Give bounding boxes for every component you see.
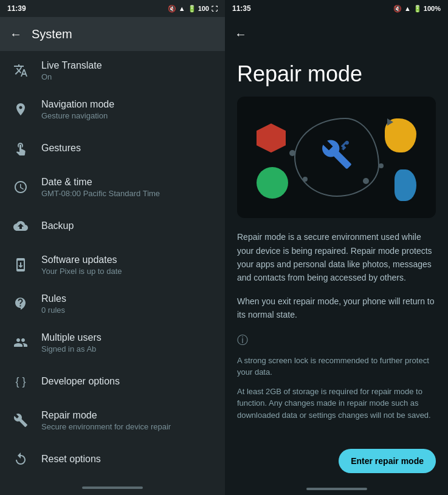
menu-item-live-translate[interactable]: Live Translate On <box>0 51 225 90</box>
left-panel: 11:39 🔇 ▲ 🔋 100 ⛶ ← System Live Translat… <box>0 0 225 495</box>
status-bar-left: 11:39 🔇 ▲ 🔋 100 ⛶ <box>0 0 225 17</box>
battery-icon-right: 🔋 100% <box>413 5 441 13</box>
repair-subtitle: Secure environment for device repair <box>41 422 171 431</box>
repair-content: Repair mode Repair mode is a secure envi… <box>225 51 448 442</box>
mute-icon: 🔇 <box>168 5 176 13</box>
signal-icon: ▲ <box>179 5 185 12</box>
menu-item-repair[interactable]: Repair mode Secure environment for devic… <box>0 401 225 440</box>
info-text-1: A strong screen lock is recommended to f… <box>237 355 436 378</box>
status-icons-left: 🔇 ▲ 🔋 100 ⛶ <box>168 5 218 13</box>
menu-item-reset[interactable]: Reset options <box>0 440 225 479</box>
repair-title: Repair mode <box>41 410 171 421</box>
software-updates-subtitle: Your Pixel is up to date <box>41 267 122 276</box>
home-bar-right <box>306 488 367 490</box>
info-section-1: ⓘ <box>237 332 436 347</box>
backup-title: Backup <box>41 220 74 231</box>
gestures-text: Gestures <box>41 143 81 154</box>
menu-item-backup[interactable]: Backup <box>0 207 225 245</box>
info-text-2: At least 2GB of storage is required for … <box>237 386 436 422</box>
datetime-text: Date & time GMT-08:00 Pacific Standard T… <box>41 177 160 198</box>
home-indicator-right <box>225 483 448 495</box>
expand-icon: ⛶ <box>212 5 218 12</box>
multiple-users-title: Multiple users <box>41 332 102 343</box>
rules-text: Rules 0 rules <box>41 293 66 315</box>
software-updates-title: Software updates <box>41 254 122 265</box>
live-translate-subtitle: On <box>41 72 102 81</box>
repair-description-1: Repair mode is a secure environment used… <box>237 230 436 285</box>
shape-circle-green <box>257 167 288 199</box>
back-button-right[interactable]: ← <box>235 27 247 41</box>
navigation-icon <box>10 98 32 120</box>
home-bar-left <box>82 486 143 489</box>
shape-blob-blue <box>395 169 416 201</box>
play-triangle <box>387 118 393 126</box>
reset-icon <box>10 448 32 470</box>
live-translate-text: Live Translate On <box>41 60 102 81</box>
battery-icon: 🔋 100 <box>188 5 209 13</box>
update-icon <box>10 254 32 276</box>
info-icon-1: ⓘ <box>237 333 248 347</box>
status-bar-right: 11:35 🔇 ▲ 🔋 100% <box>225 0 448 17</box>
rules-title: Rules <box>41 293 66 304</box>
developer-title: Developer options <box>41 376 120 387</box>
multiple-users-subtitle: Signed in as Ab <box>41 344 102 353</box>
toolbar-right: ← <box>225 17 448 51</box>
menu-item-developer[interactable]: { } Developer options <box>0 362 225 401</box>
rules-icon <box>10 293 32 315</box>
menu-item-rules[interactable]: Rules 0 rules <box>0 284 225 323</box>
toolbar-left: ← System <box>0 17 225 51</box>
clock-icon <box>10 176 32 198</box>
repair-icon <box>10 409 32 431</box>
developer-icon: { } <box>10 370 32 392</box>
enter-repair-mode-button[interactable]: Enter repair mode <box>339 449 436 473</box>
backup-text: Backup <box>41 220 74 231</box>
datetime-title: Date & time <box>41 177 160 188</box>
navigation-title: Navigation mode <box>41 99 114 110</box>
signal-icon-right: ▲ <box>404 5 411 12</box>
system-title: System <box>32 27 72 41</box>
gestures-icon <box>10 137 32 159</box>
menu-item-navigation[interactable]: Navigation mode Gesture navigation <box>0 90 225 129</box>
repair-description-2: When you exit repair mode, your phone wi… <box>237 295 436 322</box>
backup-icon <box>10 215 32 237</box>
repair-illustration <box>237 97 436 218</box>
right-panel: 11:35 🔇 ▲ 🔋 100% ← Repair mode <box>225 0 448 495</box>
navigation-subtitle: Gesture navigation <box>41 111 114 120</box>
menu-list: Live Translate On Navigation mode Gestur… <box>0 51 225 480</box>
time-left: 11:39 <box>7 4 26 13</box>
bottom-section: Enter repair mode <box>225 442 448 483</box>
shape-hexagon-red <box>257 123 286 152</box>
wrench-tools-icon <box>321 138 353 176</box>
rules-subtitle: 0 rules <box>41 306 66 315</box>
developer-text: Developer options <box>41 376 120 387</box>
multiple-users-text: Multiple users Signed in as Ab <box>41 332 102 353</box>
menu-item-multiple-users[interactable]: Multiple users Signed in as Ab <box>0 323 225 362</box>
translate-icon <box>10 60 32 81</box>
reset-title: Reset options <box>41 454 101 465</box>
navigation-text: Navigation mode Gesture navigation <box>41 99 114 120</box>
dot-2 <box>379 163 384 168</box>
menu-item-software-updates[interactable]: Software updates Your Pixel is up to dat… <box>0 245 225 284</box>
gestures-title: Gestures <box>41 143 81 154</box>
menu-item-datetime[interactable]: Date & time GMT-08:00 Pacific Standard T… <box>0 168 225 207</box>
reset-text: Reset options <box>41 454 101 465</box>
mute-icon-right: 🔇 <box>393 5 402 13</box>
repair-text: Repair mode Secure environment for devic… <box>41 410 171 431</box>
live-translate-title: Live Translate <box>41 60 102 71</box>
back-button-left[interactable]: ← <box>10 27 22 41</box>
software-updates-text: Software updates Your Pixel is up to dat… <box>41 254 122 276</box>
users-icon <box>10 332 32 353</box>
repair-mode-title: Repair mode <box>237 61 436 87</box>
home-indicator-left <box>0 480 225 495</box>
datetime-subtitle: GMT-08:00 Pacific Standard Time <box>41 189 160 198</box>
status-icons-right: 🔇 ▲ 🔋 100% <box>393 5 441 13</box>
time-right: 11:35 <box>232 4 251 13</box>
menu-item-gestures[interactable]: Gestures <box>0 129 225 168</box>
